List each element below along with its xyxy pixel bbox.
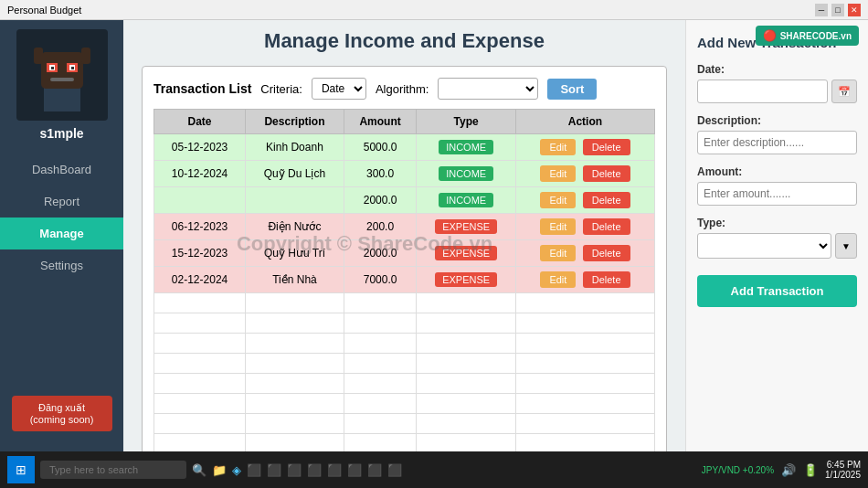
taskbar: ⊞ 🔍 📁 ◈ ⬛ ⬛ ⬛ ⬛ ⬛ ⬛ ⬛ ⬛ JPY/VND +0.20% 🔊…	[0, 451, 868, 488]
cell-description	[246, 187, 344, 214]
cell-description: Quỹ Du Lịch	[246, 161, 344, 187]
cell-date: 06-12-2023	[154, 214, 246, 240]
minimize-button[interactable]: ─	[815, 4, 828, 16]
type-select-container: INCOME EXPENSE ▼	[697, 233, 857, 259]
taskbar-icon-7[interactable]: ⬛	[307, 463, 322, 477]
sidebar-item-report[interactable]: Report	[0, 186, 123, 217]
cell-amount: 2000.0	[344, 240, 417, 267]
add-transaction-button[interactable]: Add Transaction	[697, 275, 857, 307]
date-label: Date:	[697, 63, 857, 76]
cell-date: 05-12-2023	[154, 134, 246, 161]
table-row-empty	[154, 434, 655, 452]
table-row: 2000.0 INCOME Edit Delete	[154, 187, 655, 214]
delete-button[interactable]: Delete	[583, 271, 630, 288]
app-container: s1mple DashBoard Report Manage Settings …	[0, 20, 868, 451]
cell-amount: 7000.0	[344, 267, 417, 293]
svg-rect-7	[51, 67, 54, 69]
edit-button[interactable]: Edit	[540, 139, 576, 155]
taskbar-icon-8[interactable]: ⬛	[327, 463, 342, 477]
delete-button[interactable]: Delete	[583, 165, 630, 182]
cell-amount: 200.0	[344, 214, 417, 240]
edit-button[interactable]: Edit	[540, 245, 576, 261]
taskbar-icon-2[interactable]: 📁	[212, 463, 227, 477]
page-title: Manage Income and Expense	[142, 29, 667, 53]
edit-button[interactable]: Edit	[540, 192, 576, 208]
sort-button[interactable]: Sort	[547, 79, 597, 100]
taskbar-search[interactable]	[40, 461, 186, 479]
taskbar-icon-9[interactable]: ⬛	[347, 463, 362, 477]
volume-icon[interactable]: 🔊	[781, 463, 796, 477]
amount-label: Amount:	[697, 165, 857, 178]
taskbar-icon-5[interactable]: ⬛	[267, 463, 281, 477]
description-input[interactable]	[697, 131, 857, 154]
taskbar-icon-6[interactable]: ⬛	[287, 463, 302, 477]
type-select[interactable]: INCOME EXPENSE	[697, 233, 831, 259]
table-row-empty	[154, 354, 655, 374]
delete-button[interactable]: Delete	[583, 192, 630, 208]
cell-type: EXPENSE	[417, 240, 515, 267]
taskbar-icon-3[interactable]: ◈	[232, 463, 241, 477]
date-input[interactable]	[697, 80, 828, 103]
taskbar-time: 6:45 PM 1/1/2025	[825, 460, 861, 480]
sidebar-item-settings[interactable]: Settings	[0, 249, 123, 281]
avatar-container	[16, 29, 108, 121]
criteria-select[interactable]: Date	[312, 78, 366, 100]
calendar-button[interactable]: 📅	[831, 80, 857, 103]
taskbar-currency: JPY/VND +0.20%	[702, 465, 774, 475]
sidebar-nav: DashBoard Report Manage Settings	[0, 154, 123, 281]
type-badge-expense: EXPENSE	[435, 219, 497, 234]
cell-type: INCOME	[417, 134, 515, 161]
maximize-button[interactable]: □	[831, 4, 844, 16]
cell-action: Edit Delete	[515, 187, 654, 214]
panel-header: Transaction List Criteria: Date Algorith…	[153, 78, 655, 100]
amount-form-group: Amount:	[697, 165, 857, 206]
cell-description: Điện Nước	[246, 214, 344, 240]
date-input-container: 📅	[697, 80, 857, 103]
type-arrow-button[interactable]: ▼	[835, 233, 857, 259]
edit-button[interactable]: Edit	[540, 218, 576, 235]
transaction-panel: Transaction List Criteria: Date Algorith…	[142, 66, 667, 451]
username: s1mple	[39, 126, 83, 141]
sharecode-icon: 🔴	[763, 29, 777, 42]
amount-input[interactable]	[697, 182, 857, 206]
cell-action: Edit Delete	[515, 134, 654, 161]
table-row: 05-12-2023 Kinh Doanh 5000.0 INCOME Edit…	[154, 134, 655, 161]
type-form-group: Type: INCOME EXPENSE ▼	[697, 217, 857, 259]
taskbar-icon-11[interactable]: ⬛	[387, 463, 402, 477]
col-header-description: Description	[246, 110, 344, 134]
close-button[interactable]: ✕	[848, 4, 861, 16]
taskbar-clock: 6:45 PM	[825, 460, 861, 470]
taskbar-icon-1[interactable]: 🔍	[192, 463, 206, 477]
cell-type: EXPENSE	[417, 214, 515, 240]
cell-type: EXPENSE	[417, 267, 515, 293]
start-button[interactable]: ⊞	[7, 456, 35, 483]
logout-button[interactable]: Đăng xuất (coming soon)	[12, 396, 112, 431]
cell-description: Kinh Doanh	[246, 134, 344, 161]
sidebar: s1mple DashBoard Report Manage Settings …	[0, 20, 123, 451]
cell-amount: 300.0	[344, 161, 417, 187]
description-form-group: Description:	[697, 114, 857, 154]
cell-description: Tiền Nhà	[246, 267, 344, 293]
cell-amount: 2000.0	[344, 187, 417, 214]
taskbar-date: 1/1/2025	[825, 470, 861, 480]
algorithm-select[interactable]: Bubble Sort Insertion Sort Selection Sor…	[438, 78, 538, 100]
criteria-label: Criteria:	[260, 82, 302, 96]
table-row: 02-12-2024 Tiền Nhà 7000.0 EXPENSE Edit …	[154, 267, 655, 293]
cell-action: Edit Delete	[515, 214, 654, 240]
taskbar-icon-10[interactable]: ⬛	[367, 463, 382, 477]
table-row: 10-12-2024 Quỹ Du Lịch 300.0 INCOME Edit…	[154, 161, 655, 187]
delete-button[interactable]: Delete	[583, 218, 630, 235]
cell-type: INCOME	[417, 187, 515, 214]
delete-button[interactable]: Delete	[583, 139, 630, 155]
edit-button[interactable]: Edit	[540, 165, 576, 182]
col-header-type: Type	[417, 110, 515, 134]
right-panel: Add New Transaction Date: 📅 Description:…	[685, 20, 868, 451]
title-bar-controls: ─ □ ✕	[815, 4, 861, 16]
delete-button[interactable]: Delete	[583, 245, 630, 261]
sidebar-item-manage[interactable]: Manage	[0, 217, 123, 249]
edit-button[interactable]: Edit	[540, 271, 576, 288]
taskbar-icon-4[interactable]: ⬛	[247, 463, 261, 477]
svg-rect-11	[50, 78, 74, 81]
sidebar-item-dashboard[interactable]: DashBoard	[0, 154, 123, 186]
battery-icon[interactable]: 🔋	[803, 463, 818, 477]
